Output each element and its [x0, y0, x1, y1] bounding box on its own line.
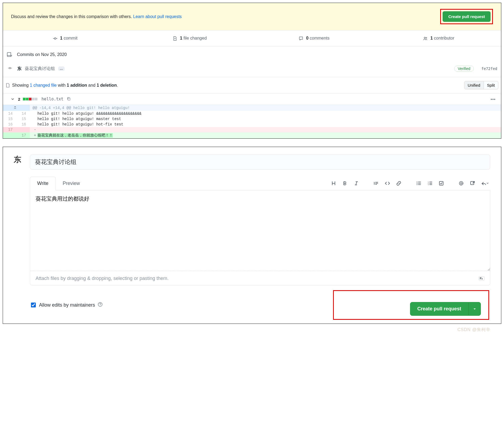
diff-view-unified[interactable]: Unified: [464, 81, 484, 89]
markdown-toolbar: 123: [329, 179, 490, 188]
files-label: file changed: [184, 36, 207, 40]
create-pr-highlight: Create pull request: [440, 9, 493, 24]
banner-text: Discuss and review the changes in this c…: [11, 14, 440, 19]
allow-edits-label: Allow edits by maintainers: [39, 302, 95, 308]
italic-icon[interactable]: [352, 179, 360, 188]
svg-point-31: [100, 305, 100, 306]
crossref-icon[interactable]: [468, 179, 477, 188]
comment-icon: [299, 36, 303, 41]
svg-rect-18: [418, 182, 421, 182]
svg-point-15: [417, 182, 418, 183]
commit-more-button[interactable]: …: [58, 66, 65, 71]
commit-row: 东 葵花宝典讨论组 … Verified fe72fed: [3, 63, 501, 77]
commit-avatar: 东: [17, 66, 22, 72]
commits-date-heading: Commits on Nov 25, 2020: [3, 46, 501, 63]
diffstat: [23, 98, 38, 100]
count-contributors[interactable]: 1 contributor: [377, 30, 501, 46]
svg-rect-25: [429, 183, 432, 184]
changed-file-link[interactable]: 1 changed file: [30, 83, 57, 87]
open-pr-panel: 东 Write Preview 123: [3, 147, 501, 324]
svg-point-6: [426, 37, 427, 38]
quote-icon[interactable]: [372, 179, 380, 188]
diff-hunk-header: @@ -14,4 +14,4 @@ hello git! hello atgui…: [3, 105, 501, 111]
files-number: 1: [180, 36, 182, 40]
collapse-toggle[interactable]: [11, 97, 14, 101]
contrib-number: 1: [430, 36, 433, 40]
author-avatar: 东: [14, 155, 30, 321]
tab-preview[interactable]: Preview: [56, 177, 87, 190]
pr-body-textarea[interactable]: [30, 190, 490, 271]
heading-icon[interactable]: [329, 179, 338, 188]
submit-highlight: Create pull request: [333, 290, 489, 320]
svg-point-17: [417, 184, 418, 185]
attach-hint: Attach files by dragging & dropping, sel…: [36, 276, 169, 281]
watermark: CSDN @朱柯辛: [3, 327, 501, 333]
commit-glyph-icon: [8, 66, 12, 71]
diff-line-addition: 17 +葵花宝典就在这，老岳岳，你就放心练吧！！: [3, 132, 501, 138]
file-menu-button[interactable]: •••: [491, 97, 496, 101]
diff-summary-text: Showing 1 changed file with 1 addition a…: [12, 83, 118, 88]
pr-title-input[interactable]: [30, 155, 490, 170]
allow-edits-row[interactable]: Allow edits by maintainers: [31, 302, 103, 308]
tab-write[interactable]: Write: [30, 177, 56, 190]
svg-rect-10: [68, 98, 70, 100]
repo-push-icon: [7, 52, 12, 58]
file-change-count: 2: [18, 97, 20, 101]
counts-bar: 1 commit 1 file changed 0 comments 1 con…: [3, 30, 501, 46]
svg-rect-26: [429, 184, 432, 185]
comments-label: comments: [310, 36, 330, 40]
svg-point-5: [424, 37, 425, 38]
reply-icon[interactable]: [480, 179, 490, 188]
learn-link[interactable]: Learn about pull requests: [133, 14, 182, 19]
pr-footer-row: Allow edits by maintainers Create pull r…: [30, 290, 490, 321]
commit-message[interactable]: 葵花宝典讨论组: [25, 66, 55, 72]
expand-up-icon[interactable]: [13, 106, 17, 110]
compare-panel: Discuss and review the changes in this c…: [3, 3, 501, 139]
diff-line: 15 15 hello git! hello atguigu! master t…: [3, 116, 501, 122]
svg-point-16: [417, 183, 418, 184]
commits-label: commit: [64, 36, 78, 40]
svg-rect-29: [471, 181, 474, 185]
create-pr-dropdown[interactable]: [468, 302, 481, 316]
link-icon[interactable]: [394, 179, 403, 188]
commits-date-text: Commits on Nov 25, 2020: [17, 52, 67, 57]
mention-icon[interactable]: [457, 179, 466, 188]
tasklist-icon[interactable]: [437, 179, 446, 188]
diff-table: @@ -14,4 +14,4 @@ hello git! hello atgui…: [3, 105, 501, 138]
count-comments[interactable]: 0 comments: [252, 30, 377, 46]
file-icon: [6, 83, 10, 87]
markdown-badge-icon[interactable]: M↓: [478, 276, 485, 280]
diff-view-split[interactable]: Split: [484, 81, 498, 89]
attach-row[interactable]: Attach files by dragging & dropping, sel…: [30, 272, 490, 285]
bold-icon[interactable]: [341, 179, 349, 188]
hunk-text: @@ -14,4 +14,4 @@ hello git! hello atgui…: [30, 105, 501, 111]
banner-prefix: Discuss and review the changes in this c…: [11, 14, 133, 19]
svg-rect-24: [429, 182, 432, 182]
file-diff-icon: [173, 36, 177, 41]
ol-icon[interactable]: 123: [426, 179, 434, 188]
create-pull-request-submit[interactable]: Create pull request: [410, 302, 468, 316]
file-name[interactable]: hello.txt: [41, 97, 63, 101]
commit-hash[interactable]: fe72fed: [481, 66, 497, 71]
code-icon[interactable]: [383, 179, 392, 188]
svg-rect-20: [418, 184, 421, 185]
diff-line: 16 16 hello git! hello atguigu! hot-fix …: [3, 122, 501, 127]
help-icon[interactable]: [98, 302, 103, 308]
commit-icon: [53, 36, 57, 41]
create-pull-request-button[interactable]: Create pull request: [443, 11, 491, 22]
ul-icon[interactable]: [414, 179, 423, 188]
svg-rect-27: [439, 181, 443, 185]
count-commits[interactable]: 1 commit: [3, 30, 128, 46]
svg-rect-19: [418, 183, 421, 184]
diff-line: 14 14 hello git! hello atguigu! &&&&&&&&…: [3, 111, 501, 116]
svg-text:3: 3: [428, 184, 429, 185]
svg-point-28: [460, 183, 462, 184]
diff-line-deletion: 17 -: [3, 127, 501, 132]
contrib-label: contributor: [434, 36, 454, 40]
copy-path-icon[interactable]: [67, 97, 71, 101]
count-files[interactable]: 1 file changed: [128, 30, 252, 46]
allow-edits-checkbox[interactable]: [31, 303, 36, 307]
file-header: 2 hello.txt •••: [3, 93, 501, 105]
comments-number: 0: [306, 36, 309, 40]
verified-badge[interactable]: Verified: [454, 66, 474, 72]
